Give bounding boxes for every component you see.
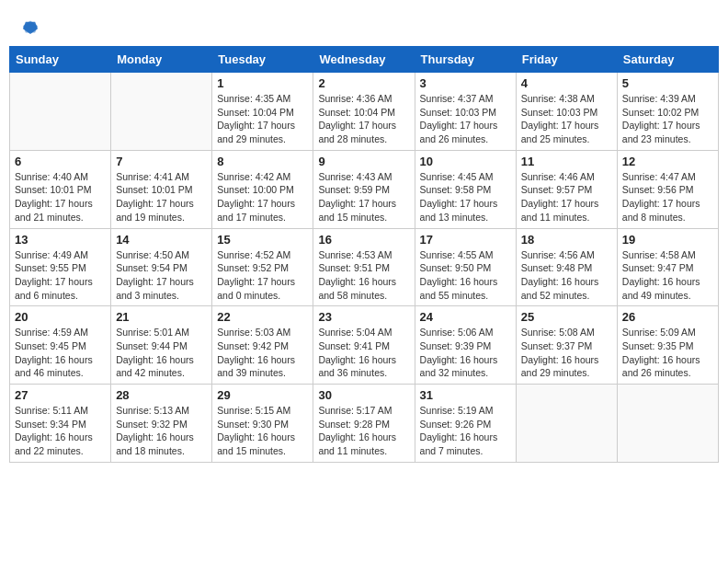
day-number: 31 — [420, 388, 511, 402]
day-info: Sunrise: 4:43 AM Sunset: 9:59 PM Dayligh… — [318, 170, 409, 224]
day-info: Sunrise: 4:58 AM Sunset: 9:47 PM Dayligh… — [622, 248, 713, 303]
day-info: Sunrise: 4:47 AM Sunset: 9:56 PM Dayligh… — [622, 170, 713, 224]
calendar-cell: 9Sunrise: 4:43 AM Sunset: 9:59 PM Daylig… — [313, 150, 415, 228]
calendar-week-row: 20Sunrise: 4:59 AM Sunset: 9:45 PM Dayli… — [10, 306, 719, 385]
day-info: Sunrise: 4:41 AM Sunset: 10:01 PM Daylig… — [116, 170, 207, 224]
day-number: 23 — [318, 310, 409, 324]
calendar-cell: 20Sunrise: 4:59 AM Sunset: 9:45 PM Dayli… — [10, 306, 111, 385]
calendar-week-row: 1Sunrise: 4:35 AM Sunset: 10:04 PM Dayli… — [10, 73, 719, 151]
day-number: 24 — [420, 310, 511, 324]
day-header-monday: Monday — [111, 47, 212, 73]
day-number: 8 — [217, 155, 308, 168]
day-info: Sunrise: 4:50 AM Sunset: 9:54 PM Dayligh… — [116, 248, 207, 303]
calendar-cell: 25Sunrise: 5:08 AM Sunset: 9:37 PM Dayli… — [516, 306, 617, 385]
calendar-cell: 28Sunrise: 5:13 AM Sunset: 9:32 PM Dayli… — [111, 385, 212, 463]
day-header-sunday: Sunday — [10, 47, 111, 73]
day-info: Sunrise: 4:56 AM Sunset: 9:48 PM Dayligh… — [521, 248, 612, 303]
day-info: Sunrise: 5:09 AM Sunset: 9:35 PM Dayligh… — [622, 326, 713, 380]
day-info: Sunrise: 4:55 AM Sunset: 9:50 PM Dayligh… — [420, 248, 511, 303]
calendar-week-row: 6Sunrise: 4:40 AM Sunset: 10:01 PM Dayli… — [10, 150, 719, 228]
day-number: 12 — [622, 155, 713, 168]
day-number: 29 — [217, 388, 308, 402]
day-number: 3 — [420, 76, 511, 90]
day-number: 2 — [318, 76, 409, 90]
calendar-cell: 24Sunrise: 5:06 AM Sunset: 9:39 PM Dayli… — [415, 306, 516, 385]
day-info: Sunrise: 4:40 AM Sunset: 10:01 PM Daylig… — [15, 170, 106, 224]
logo-icon — [20, 17, 40, 37]
day-info: Sunrise: 5:11 AM Sunset: 9:34 PM Dayligh… — [15, 404, 106, 458]
calendar-body: 1Sunrise: 4:35 AM Sunset: 10:04 PM Dayli… — [10, 73, 719, 463]
day-number: 16 — [318, 233, 409, 247]
day-number: 17 — [420, 233, 511, 247]
day-info: Sunrise: 5:04 AM Sunset: 9:41 PM Dayligh… — [318, 326, 409, 380]
calendar-cell — [10, 73, 111, 151]
day-info: Sunrise: 4:45 AM Sunset: 9:58 PM Dayligh… — [420, 170, 511, 224]
day-number: 10 — [420, 155, 511, 168]
calendar-cell: 8Sunrise: 4:42 AM Sunset: 10:00 PM Dayli… — [212, 150, 313, 228]
calendar-cell: 2Sunrise: 4:36 AM Sunset: 10:04 PM Dayli… — [313, 73, 415, 151]
calendar-header-row: SundayMondayTuesdayWednesdayThursdayFrid… — [10, 47, 719, 73]
day-number: 21 — [116, 310, 207, 324]
logo — [20, 17, 44, 37]
calendar-cell: 27Sunrise: 5:11 AM Sunset: 9:34 PM Dayli… — [10, 385, 111, 463]
day-info: Sunrise: 5:13 AM Sunset: 9:32 PM Dayligh… — [116, 404, 207, 458]
day-number: 4 — [521, 76, 612, 90]
day-info: Sunrise: 4:42 AM Sunset: 10:00 PM Daylig… — [217, 170, 308, 224]
day-number: 27 — [15, 388, 106, 402]
day-number: 19 — [622, 233, 713, 247]
calendar-cell: 1Sunrise: 4:35 AM Sunset: 10:04 PM Dayli… — [212, 73, 313, 151]
day-info: Sunrise: 4:38 AM Sunset: 10:03 PM Daylig… — [521, 92, 612, 146]
day-header-saturday: Saturday — [617, 47, 718, 73]
day-number: 13 — [15, 233, 106, 247]
calendar-cell — [617, 385, 718, 463]
calendar-cell: 11Sunrise: 4:46 AM Sunset: 9:57 PM Dayli… — [516, 150, 617, 228]
day-info: Sunrise: 4:46 AM Sunset: 9:57 PM Dayligh… — [521, 170, 612, 224]
day-number: 15 — [217, 233, 308, 247]
calendar-cell: 3Sunrise: 4:37 AM Sunset: 10:03 PM Dayli… — [415, 73, 516, 151]
day-header-friday: Friday — [516, 47, 617, 73]
day-info: Sunrise: 4:35 AM Sunset: 10:04 PM Daylig… — [217, 92, 308, 146]
calendar-cell: 6Sunrise: 4:40 AM Sunset: 10:01 PM Dayli… — [10, 150, 111, 228]
calendar-cell: 26Sunrise: 5:09 AM Sunset: 9:35 PM Dayli… — [617, 306, 718, 385]
day-info: Sunrise: 4:59 AM Sunset: 9:45 PM Dayligh… — [15, 326, 106, 380]
day-number: 28 — [116, 388, 207, 402]
day-number: 30 — [318, 388, 409, 402]
calendar-cell: 21Sunrise: 5:01 AM Sunset: 9:44 PM Dayli… — [111, 306, 212, 385]
calendar-table: SundayMondayTuesdayWednesdayThursdayFrid… — [9, 46, 719, 463]
day-info: Sunrise: 5:03 AM Sunset: 9:42 PM Dayligh… — [217, 326, 308, 380]
calendar-cell — [111, 73, 212, 151]
day-header-thursday: Thursday — [415, 47, 516, 73]
day-number: 14 — [116, 233, 207, 247]
day-info: Sunrise: 5:01 AM Sunset: 9:44 PM Dayligh… — [116, 326, 207, 380]
day-number: 9 — [318, 155, 409, 168]
calendar-cell: 4Sunrise: 4:38 AM Sunset: 10:03 PM Dayli… — [516, 73, 617, 151]
calendar-cell: 16Sunrise: 4:53 AM Sunset: 9:51 PM Dayli… — [313, 228, 415, 306]
calendar-cell — [516, 385, 617, 463]
calendar-week-row: 27Sunrise: 5:11 AM Sunset: 9:34 PM Dayli… — [10, 385, 719, 463]
svg-marker-1 — [23, 20, 38, 32]
calendar-cell: 17Sunrise: 4:55 AM Sunset: 9:50 PM Dayli… — [415, 228, 516, 306]
day-number: 5 — [622, 76, 713, 90]
page-header — [9, 9, 719, 40]
calendar-cell: 30Sunrise: 5:17 AM Sunset: 9:28 PM Dayli… — [313, 385, 415, 463]
calendar-cell: 31Sunrise: 5:19 AM Sunset: 9:26 PM Dayli… — [415, 385, 516, 463]
day-number: 18 — [521, 233, 612, 247]
calendar-cell: 10Sunrise: 4:45 AM Sunset: 9:58 PM Dayli… — [415, 150, 516, 228]
day-info: Sunrise: 5:08 AM Sunset: 9:37 PM Dayligh… — [521, 326, 612, 380]
calendar-cell: 15Sunrise: 4:52 AM Sunset: 9:52 PM Dayli… — [212, 228, 313, 306]
calendar-cell: 13Sunrise: 4:49 AM Sunset: 9:55 PM Dayli… — [10, 228, 111, 306]
day-info: Sunrise: 5:15 AM Sunset: 9:30 PM Dayligh… — [217, 404, 308, 458]
day-number: 6 — [15, 155, 106, 168]
day-number: 1 — [217, 76, 308, 90]
day-number: 25 — [521, 310, 612, 324]
calendar-cell: 14Sunrise: 4:50 AM Sunset: 9:54 PM Dayli… — [111, 228, 212, 306]
day-header-wednesday: Wednesday — [313, 47, 415, 73]
day-header-tuesday: Tuesday — [212, 47, 313, 73]
day-number: 11 — [521, 155, 612, 168]
day-number: 7 — [116, 155, 207, 168]
calendar-cell: 18Sunrise: 4:56 AM Sunset: 9:48 PM Dayli… — [516, 228, 617, 306]
calendar-cell: 12Sunrise: 4:47 AM Sunset: 9:56 PM Dayli… — [617, 150, 718, 228]
day-info: Sunrise: 4:53 AM Sunset: 9:51 PM Dayligh… — [318, 248, 409, 303]
day-info: Sunrise: 4:52 AM Sunset: 9:52 PM Dayligh… — [217, 248, 308, 303]
calendar-cell: 22Sunrise: 5:03 AM Sunset: 9:42 PM Dayli… — [212, 306, 313, 385]
